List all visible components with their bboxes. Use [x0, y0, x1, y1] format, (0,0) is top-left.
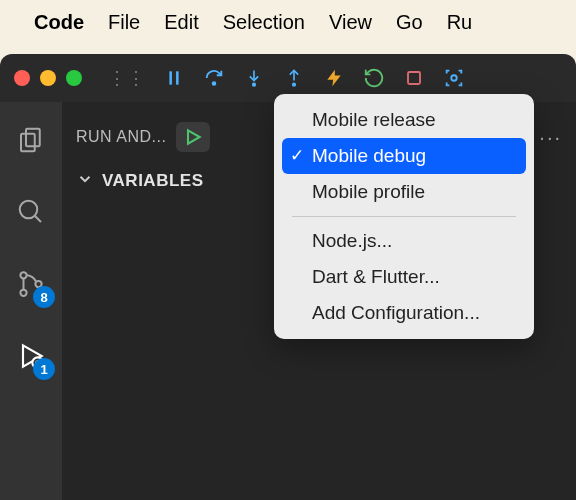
svg-rect-9 [26, 129, 40, 147]
mac-menubar: Code File Edit Selection View Go Ru [0, 0, 576, 44]
traffic-lights [14, 70, 82, 86]
svg-point-2 [213, 82, 216, 85]
menu-edit[interactable]: Edit [164, 11, 198, 34]
dropdown-item-label: Dart & Flutter... [312, 266, 440, 287]
svg-point-8 [451, 75, 457, 81]
step-into-icon[interactable] [242, 66, 266, 90]
launch-config-dropdown: Mobile release ✓ Mobile debug Mobile pro… [274, 94, 534, 339]
close-window-icon[interactable] [14, 70, 30, 86]
menu-view[interactable]: View [329, 11, 372, 34]
svg-point-11 [20, 201, 38, 219]
svg-line-12 [35, 216, 41, 222]
dropdown-separator [292, 216, 516, 217]
grip-icon[interactable]: ⋮⋮ [108, 67, 146, 89]
step-out-icon[interactable] [282, 66, 306, 90]
menu-app[interactable]: Code [34, 11, 84, 34]
svg-marker-20 [188, 130, 200, 143]
panel-title: RUN AND... [76, 128, 166, 146]
dropdown-item-label: Mobile profile [312, 181, 425, 202]
check-icon: ✓ [290, 145, 304, 166]
variables-label: VARIABLES [102, 171, 203, 191]
svg-point-6 [293, 83, 296, 86]
screenshot-icon[interactable] [442, 66, 466, 90]
hot-reload-icon[interactable] [322, 66, 346, 90]
dropdown-item-label: Add Configuration... [312, 302, 480, 323]
debug-badge: 1 [33, 358, 55, 380]
svg-rect-7 [408, 72, 420, 84]
stop-icon[interactable] [402, 66, 426, 90]
search-icon[interactable] [13, 194, 49, 230]
scm-badge: 8 [33, 286, 55, 308]
source-control-icon[interactable]: 8 [13, 266, 49, 302]
dropdown-item-nodejs[interactable]: Node.js... [282, 223, 526, 259]
minimize-window-icon[interactable] [40, 70, 56, 86]
dropdown-item-add-configuration[interactable]: Add Configuration... [282, 295, 526, 331]
svg-rect-10 [21, 134, 35, 152]
maximize-window-icon[interactable] [66, 70, 82, 86]
restart-icon[interactable] [362, 66, 386, 90]
menu-run-cut[interactable]: Ru [447, 11, 473, 34]
pause-icon[interactable] [162, 66, 186, 90]
dropdown-item-mobile-release[interactable]: Mobile release [282, 102, 526, 138]
svg-point-14 [20, 290, 26, 296]
chevron-down-icon [76, 170, 94, 192]
step-over-icon[interactable] [202, 66, 226, 90]
dropdown-item-label: Node.js... [312, 230, 392, 251]
start-debug-button[interactable] [176, 122, 210, 152]
dropdown-item-mobile-profile[interactable]: Mobile profile [282, 174, 526, 210]
menu-file[interactable]: File [108, 11, 140, 34]
menu-go[interactable]: Go [396, 11, 423, 34]
dropdown-item-label: Mobile release [312, 109, 436, 130]
panel-more-icon[interactable]: ··· [539, 126, 562, 149]
run-debug-icon[interactable]: 1 [13, 338, 49, 374]
dropdown-item-label: Mobile debug [312, 145, 426, 166]
activity-bar: 8 1 [0, 102, 62, 500]
svg-point-4 [253, 83, 256, 86]
explorer-icon[interactable] [13, 122, 49, 158]
dropdown-item-mobile-debug[interactable]: ✓ Mobile debug [282, 138, 526, 174]
dropdown-item-dart-flutter[interactable]: Dart & Flutter... [282, 259, 526, 295]
svg-point-13 [20, 272, 26, 278]
debug-toolbar: ⋮⋮ [108, 66, 466, 90]
menu-selection[interactable]: Selection [223, 11, 305, 34]
